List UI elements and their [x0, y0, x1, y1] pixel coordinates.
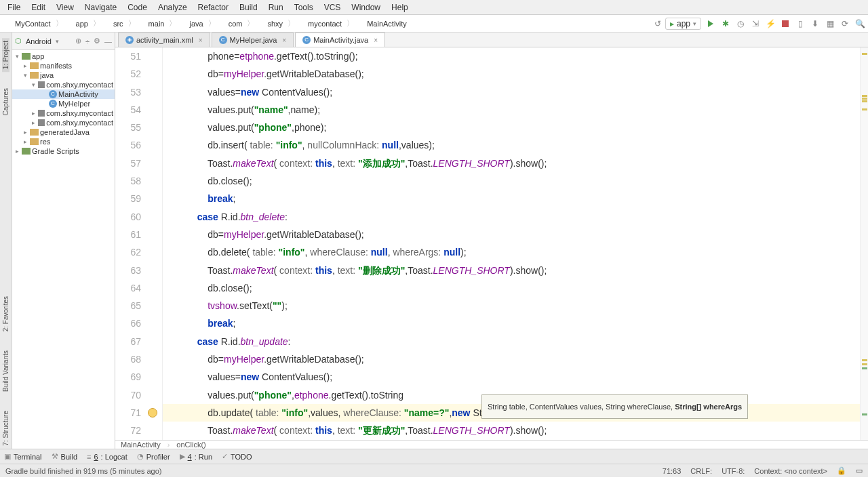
- breadcrumb-com[interactable]: com: [216, 18, 247, 29]
- gear-icon[interactable]: ⚙: [94, 37, 100, 45]
- lock-icon[interactable]: 🔒: [837, 466, 846, 475]
- editor-breadcrumb: MainActivity › onClick(): [115, 440, 868, 449]
- menu-file[interactable]: File: [3, 1, 25, 14]
- breadcrumb-shxy[interactable]: shxy: [255, 18, 287, 29]
- encoding[interactable]: UTF-8:: [722, 467, 745, 475]
- sdk-button[interactable]: ⬇: [810, 18, 821, 29]
- project-tree[interactable]: ▾ app▸ manifests▾ java▾ com.shxy.myconta…: [12, 50, 115, 449]
- breadcrumb-src[interactable]: src: [101, 18, 127, 29]
- tree-item-res[interactable]: ▸ res: [12, 137, 115, 146]
- apply-changes-button[interactable]: ⚡: [765, 18, 776, 29]
- sidebar-view-selector[interactable]: Android: [26, 37, 52, 45]
- captures-tool-tab[interactable]: Captures: [2, 85, 9, 119]
- menu-window[interactable]: Window: [347, 1, 385, 14]
- menu-run[interactable]: Run: [264, 1, 288, 14]
- menu-tools[interactable]: Tools: [290, 1, 318, 14]
- search-icon[interactable]: 🔍: [854, 18, 865, 29]
- intention-bulb-icon[interactable]: [148, 408, 157, 418]
- navigation-bar: MyContact〉app〉src〉main〉java〉com〉shxy〉myc…: [0, 15, 868, 33]
- close-icon[interactable]: ×: [374, 37, 378, 44]
- code-editor[interactable]: 5152535455565758596061626364656667686970…: [115, 47, 868, 440]
- debug-button[interactable]: ✱: [720, 18, 731, 29]
- profile-button[interactable]: ◷: [735, 18, 746, 29]
- project-tool-tab[interactable]: 1: Project: [2, 38, 9, 72]
- tree-item-MainActivity[interactable]: C MainActivity: [12, 89, 115, 99]
- toolwin-todo[interactable]: ✓ TODO: [222, 452, 252, 461]
- tab-activity_main-xml[interactable]: ◈activity_main.xml×: [118, 33, 210, 47]
- bottom-tool-bar: ▣ Terminal⚒ Build≡ 6: Logcat◔ Profiler▶ …: [0, 449, 868, 464]
- tree-item-generatedJava[interactable]: ▸ generatedJava: [12, 127, 115, 137]
- line-separator[interactable]: CRLF:: [690, 467, 712, 475]
- run-button[interactable]: [705, 18, 716, 29]
- stop-button[interactable]: [780, 18, 791, 29]
- menu-vcs[interactable]: VCS: [319, 1, 346, 14]
- tree-item-com-shxy-mycontact[interactable]: ▾ com.shxy.mycontact: [12, 80, 115, 89]
- build-variants-tool-tab[interactable]: Build Variants: [2, 348, 9, 394]
- left-tool-strip: 1: Project Captures 2: Favorites Build V…: [0, 33, 12, 449]
- crumb-method[interactable]: onClick(): [176, 441, 205, 449]
- toolwin-build[interactable]: ⚒ Build: [52, 452, 77, 461]
- tree-item-MyHelper[interactable]: C MyHelper: [12, 99, 115, 108]
- caret-position: 71:63: [663, 467, 682, 475]
- menu-bar: FileEditViewNavigateCodeAnalyzeRefactorB…: [0, 0, 868, 15]
- status-message: Gradle build finished in 919 ms (5 minut…: [5, 467, 162, 475]
- breadcrumbs: MyContact〉app〉src〉main〉java〉com〉shxy〉myc…: [3, 18, 411, 29]
- toolwin-terminal[interactable]: ▣ Terminal: [4, 452, 42, 461]
- menu-analyze[interactable]: Analyze: [153, 1, 192, 14]
- context[interactable]: Context: <no context>: [754, 467, 827, 475]
- breadcrumb-app[interactable]: app: [64, 18, 92, 29]
- tree-item-manifests[interactable]: ▸ manifests: [12, 61, 115, 70]
- project-sidebar: ⬡ Android ▾ ⊕ ÷ ⚙ — ▾ app▸ manifests▾ ja…: [12, 33, 115, 449]
- close-icon[interactable]: ×: [199, 37, 203, 44]
- tab-MyHelper-java[interactable]: CMyHelper.java×: [212, 33, 294, 47]
- target-icon[interactable]: ⊕: [75, 37, 81, 45]
- hide-icon[interactable]: —: [104, 37, 112, 45]
- favorites-tool-tab[interactable]: 2: Favorites: [2, 293, 9, 334]
- tree-item-Gradle Scripts[interactable]: ▸ Gradle Scripts: [12, 146, 115, 156]
- menu-help[interactable]: Help: [387, 1, 413, 14]
- line-number-gutter: 5152535455565758596061626364656667686970…: [115, 47, 148, 440]
- code-content[interactable]: phone=etphone.getText().toString(); db=m…: [163, 47, 860, 440]
- breadcrumb-MyContact[interactable]: MyContact: [3, 18, 55, 29]
- error-stripe[interactable]: [860, 47, 868, 440]
- parameter-info-tooltip: String table, ContentValues values, Stri…: [481, 394, 748, 419]
- tree-item-app[interactable]: ▾ app: [12, 52, 115, 61]
- sidebar-header: ⬡ Android ▾ ⊕ ÷ ⚙ —: [12, 33, 115, 50]
- menu-build[interactable]: Build: [235, 1, 262, 14]
- toolwin-run[interactable]: ▶ 4: Run: [180, 452, 212, 461]
- menu-navigate[interactable]: Navigate: [80, 1, 121, 14]
- breadcrumb-main[interactable]: main: [136, 18, 169, 29]
- run-config-selector[interactable]: ▸app▾: [665, 18, 701, 30]
- crumb-class[interactable]: MainActivity: [121, 441, 161, 449]
- menu-refactor[interactable]: Refactor: [193, 1, 233, 14]
- sync-project-button[interactable]: ⟳: [840, 18, 850, 29]
- attach-button[interactable]: ⇲: [750, 18, 761, 29]
- editor-tabs: ◈activity_main.xml×CMyHelper.java×CMainA…: [115, 33, 868, 47]
- menu-code[interactable]: Code: [123, 1, 152, 14]
- status-bar: Gradle build finished in 919 ms (5 minut…: [0, 464, 868, 477]
- close-icon[interactable]: ×: [282, 37, 286, 44]
- toolwin-profiler[interactable]: ◔ Profiler: [137, 452, 170, 461]
- tab-MainActivity-java[interactable]: CMainActivity.java×: [295, 33, 385, 47]
- breadcrumb-java[interactable]: java: [177, 18, 207, 29]
- memory-indicator[interactable]: ▭: [856, 466, 863, 475]
- avd-button[interactable]: ▯: [795, 18, 806, 29]
- tree-item-com-shxy-mycontact[interactable]: ▸ com.shxy.mycontact: [12, 108, 115, 118]
- structure-tool-tab[interactable]: 7: Structure: [2, 408, 9, 449]
- sync-icon[interactable]: ↺: [654, 19, 661, 28]
- tree-item-java[interactable]: ▾ java: [12, 70, 115, 80]
- breadcrumb-mycontact[interactable]: mycontact: [296, 18, 346, 29]
- tree-item-com-shxy-mycontact[interactable]: ▸ com.shxy.mycontact: [12, 118, 115, 127]
- toolwin-logcat[interactable]: ≡ 6: Logcat: [87, 453, 127, 461]
- menu-view[interactable]: View: [52, 1, 79, 14]
- gutter-icons: [148, 47, 163, 440]
- structure-button[interactable]: ▦: [825, 18, 835, 29]
- toolbar-right: ↺ ▸app▾ ✱ ◷ ⇲ ⚡ ▯ ⬇ ▦ ⟳ 🔍: [654, 18, 865, 30]
- collapse-icon[interactable]: ÷: [85, 37, 90, 45]
- breadcrumb-MainActivity[interactable]: MainActivity: [355, 18, 411, 29]
- menu-edit[interactable]: Edit: [26, 1, 50, 14]
